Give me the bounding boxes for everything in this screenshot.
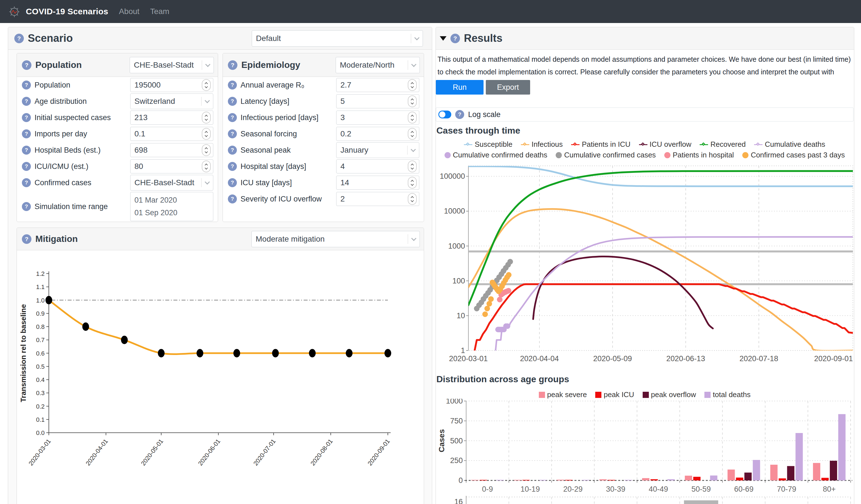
legend-item-icu-overflow[interactable]: ICU overflow [639, 140, 692, 149]
help-icon[interactable]: ? [228, 97, 237, 106]
help-icon[interactable]: ? [228, 178, 237, 187]
stepper-icon[interactable] [408, 161, 417, 172]
help-icon[interactable]: ? [14, 34, 24, 43]
svg-text:30-39: 30-39 [606, 485, 625, 493]
scenario-preset-select[interactable]: Default [252, 30, 423, 46]
seasonal-forcing-input[interactable]: 0.2 [336, 127, 419, 141]
scenario-preset-value: Default [256, 34, 409, 43]
stepper-icon[interactable] [408, 177, 417, 189]
legend-item-peak-severe[interactable]: peak severe [539, 390, 587, 399]
icu-stay-days-input[interactable]: 14 [336, 176, 419, 190]
legend-label: Susceptible [475, 140, 512, 149]
field-value: 195000 [134, 81, 202, 90]
svg-text:500: 500 [450, 437, 463, 445]
infectious-period-days-input[interactable]: 3 [336, 111, 419, 125]
mitigation-chart[interactable]: 0.00.10.20.30.40.50.60.70.80.91.01.11.22… [17, 261, 424, 478]
legend-item-cumulative-deaths[interactable]: Cumulative deaths [754, 140, 825, 149]
imports-per-day-input[interactable]: 0.1 [130, 127, 213, 141]
seasonal-peak-select[interactable]: January [336, 142, 419, 158]
stepper-icon[interactable] [202, 128, 211, 140]
legend-item-total-deaths[interactable]: total deaths [705, 390, 750, 399]
hospital-beds-est-input[interactable]: 698 [130, 143, 213, 157]
run-button[interactable]: Run [436, 80, 483, 95]
stepper-icon[interactable] [408, 112, 417, 123]
help-icon[interactable]: ? [450, 34, 460, 43]
mitigation-header: ? Mitigation Moderate mitigation [17, 228, 424, 250]
help-icon[interactable]: ? [228, 130, 237, 138]
help-icon[interactable]: ? [22, 178, 31, 187]
svg-text:0.4: 0.4 [36, 376, 45, 383]
stepper-icon[interactable] [408, 95, 417, 107]
latency-days-input[interactable]: 5 [336, 94, 419, 108]
epidemiology-preset-select[interactable]: Moderate/North [336, 57, 420, 73]
app-logo-icon[interactable] [8, 5, 21, 18]
help-icon[interactable]: ? [22, 130, 31, 138]
population-card: ? Population CHE-Basel-Stadt ?Population… [16, 53, 218, 222]
log-scale-toggle[interactable] [438, 111, 451, 119]
help-icon[interactable]: ? [22, 146, 31, 155]
legend-item-recovered[interactable]: Recovered [700, 140, 746, 149]
legend-item-cumulative-confirmed-deaths[interactable]: Cumulative confirmed deaths [445, 151, 548, 159]
legend-item-peak-overflow[interactable]: peak overflow [643, 390, 696, 399]
collapse-caret-icon[interactable] [440, 36, 447, 41]
age-distribution-select[interactable]: Switzerland [130, 93, 213, 109]
epidemiology-header: ? Epidemiology Moderate/North [223, 53, 424, 77]
help-icon[interactable]: ? [228, 60, 237, 70]
stepper-icon[interactable] [202, 144, 211, 156]
mitigation-preset-select[interactable]: Moderate mitigation [251, 231, 420, 247]
legend-item-patients-in-icu[interactable]: Patients in ICU [571, 140, 630, 149]
population-input[interactable]: 195000 [130, 78, 213, 92]
nav-link-team[interactable]: Team [150, 7, 169, 16]
help-icon[interactable]: ? [228, 81, 237, 90]
help-icon[interactable]: ? [228, 194, 237, 203]
stepper-icon[interactable] [202, 161, 211, 172]
line-marker-icon [464, 142, 472, 147]
initial-suspected-cases-input[interactable]: 213 [130, 111, 213, 125]
legend-item-confirmed-cases-past-3-days[interactable]: Confirmed cases past 3 days [742, 151, 845, 159]
help-icon[interactable]: ? [455, 110, 464, 119]
help-icon[interactable]: ? [228, 146, 237, 155]
stepper-icon[interactable] [202, 112, 211, 123]
svg-text:Transmission rel to baseline: Transmission rel to baseline [19, 304, 27, 403]
line-marker-icon [700, 142, 708, 147]
simulation-time-range-input[interactable]: 01 Mar 202001 Sep 2020 [130, 192, 213, 221]
nav-link-about[interactable]: About [119, 7, 139, 16]
confirmed-cases-select[interactable]: CHE-Basel-Stadt [130, 175, 213, 191]
stepper-icon[interactable] [408, 79, 417, 91]
help-icon[interactable]: ? [22, 234, 31, 244]
legend-item-cumulative-confirmed-cases[interactable]: Cumulative confirmed cases [556, 151, 656, 159]
legend-item-patients-in-hospital[interactable]: Patients in hospital [664, 151, 734, 159]
severity-of-icu-overflow-input[interactable]: 2 [336, 192, 419, 206]
legend-item-susceptible[interactable]: Susceptible [464, 140, 512, 149]
svg-text:100000: 100000 [440, 172, 465, 180]
legend-item-infectious[interactable]: Infectious [521, 140, 563, 149]
field-label: Population [35, 81, 130, 90]
results-title: Results [464, 32, 502, 44]
stepper-icon[interactable] [408, 128, 417, 140]
ages-legend: peak severepeak ICUpeak overflowtotal de… [436, 390, 853, 399]
hospital-stay-days-input[interactable]: 4 [336, 159, 419, 174]
help-icon[interactable]: ? [228, 162, 237, 171]
epidemiology-card: ? Epidemiology Moderate/North ?Annual av… [222, 53, 424, 222]
help-icon[interactable]: ? [22, 202, 31, 211]
legend-item-peak-icu[interactable]: peak ICU [595, 390, 634, 399]
help-icon[interactable]: ? [22, 162, 31, 171]
help-icon[interactable]: ? [22, 81, 31, 90]
stepper-icon[interactable] [408, 193, 417, 205]
help-icon[interactable]: ? [22, 97, 31, 106]
stepper-icon[interactable] [202, 79, 211, 91]
dot-marker-icon [742, 152, 749, 158]
export-button[interactable]: Export [486, 80, 530, 95]
population-preset-select[interactable]: CHE-Basel-Stadt [129, 57, 214, 73]
svg-text:0.9: 0.9 [36, 310, 45, 317]
field-row-hospital-stay-days: ?Hospital stay [days]4 [223, 158, 424, 175]
help-icon[interactable]: ? [22, 113, 31, 122]
legend-label: Cumulative confirmed deaths [453, 151, 548, 159]
icu-icmu-est-input[interactable]: 80 [130, 159, 213, 174]
field-value: 14 [340, 178, 408, 187]
field-value: 0.1 [134, 130, 202, 138]
help-icon[interactable]: ? [228, 113, 237, 122]
cases-chart: 1101001000100001000002020-03-012020-04-0… [437, 163, 855, 372]
help-icon[interactable]: ? [22, 60, 31, 70]
annual-average-r-input[interactable]: 2.7 [336, 78, 419, 92]
